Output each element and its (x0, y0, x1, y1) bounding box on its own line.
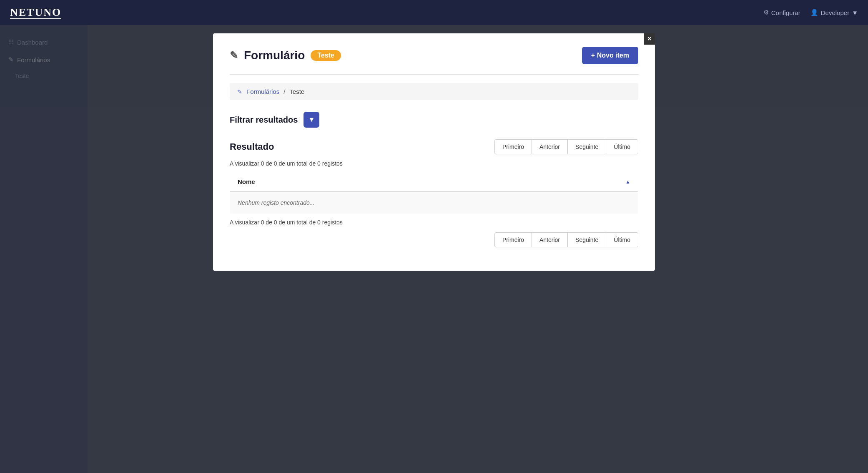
record-count-bottom: A visualizar 0 de 0 de um total de 0 reg… (230, 219, 638, 226)
novo-item-button[interactable]: + Novo item (582, 47, 638, 64)
pagination-top: Primeiro Anterior Seguinte Último (495, 139, 638, 154)
breadcrumb: ✎ Formulários / Teste (230, 83, 638, 100)
btn-anterior-bottom[interactable]: Anterior (532, 232, 568, 247)
developer-chevron-icon: ▼ (852, 9, 858, 16)
sort-icon: ▲ (625, 179, 630, 185)
overlay: × ✎ Formulário Teste + Novo item ✎ Formu… (0, 25, 868, 473)
configure-link[interactable]: ⚙ Configurar (763, 9, 800, 16)
developer-icon: 👤 (810, 9, 818, 16)
configure-label: Configurar (771, 9, 800, 16)
header-divider (230, 74, 638, 75)
modal-title-icon: ✎ (230, 50, 238, 61)
table-row-empty: Nenhum registo encontrado... (230, 191, 638, 214)
modal: × ✎ Formulário Teste + Novo item ✎ Formu… (213, 33, 655, 271)
filter-button[interactable]: ▼ (304, 112, 319, 128)
modal-title: ✎ Formulário Teste (230, 49, 341, 62)
table-header-nome[interactable]: Nome ▲ (230, 172, 638, 192)
topnav: NETUNO ⚙ Configurar 👤 Developer ▼ (0, 0, 868, 25)
modal-badge: Teste (311, 50, 341, 61)
result-section: Resultado Primeiro Anterior Seguinte Últ… (230, 139, 638, 247)
topnav-right: ⚙ Configurar 👤 Developer ▼ (763, 9, 858, 16)
btn-seguinte-bottom[interactable]: Seguinte (567, 232, 606, 247)
filter-section: Filtrar resultados ▼ (230, 112, 638, 128)
logo: NETUNO (10, 6, 61, 19)
empty-row-text: Nenhum registo encontrado... (230, 191, 638, 214)
filter-icon: ▼ (308, 116, 315, 123)
btn-seguinte-top[interactable]: Seguinte (567, 139, 606, 154)
filter-title: Filtrar resultados (230, 115, 298, 125)
btn-anterior-top[interactable]: Anterior (532, 139, 568, 154)
breadcrumb-forms-icon: ✎ (237, 88, 242, 95)
btn-ultimo-bottom[interactable]: Último (606, 232, 638, 247)
developer-label: Developer (821, 9, 849, 16)
modal-header: ✎ Formulário Teste + Novo item (230, 47, 638, 64)
configure-icon: ⚙ (763, 9, 769, 16)
btn-primeiro-bottom[interactable]: Primeiro (494, 232, 532, 247)
breadcrumb-separator: / (283, 88, 285, 95)
modal-close-button[interactable]: × (644, 33, 655, 45)
developer-link[interactable]: 👤 Developer ▼ (810, 9, 858, 16)
pagination-bottom: Primeiro Anterior Seguinte Último (230, 232, 638, 247)
result-title: Resultado (230, 141, 274, 152)
record-count-top: A visualizar 0 de 0 de um total de 0 reg… (230, 160, 638, 167)
data-table: Nome ▲ Nenhum registo encontrado... (230, 172, 638, 214)
modal-title-text: Formulário (244, 49, 305, 62)
pagination-bottom-buttons: Primeiro Anterior Seguinte Último (495, 232, 638, 247)
breadcrumb-current: Teste (289, 88, 304, 95)
btn-ultimo-top[interactable]: Último (606, 139, 638, 154)
result-header: Resultado Primeiro Anterior Seguinte Últ… (230, 139, 638, 154)
btn-primeiro-top[interactable]: Primeiro (494, 139, 532, 154)
breadcrumb-forms-link[interactable]: Formulários (246, 88, 279, 95)
